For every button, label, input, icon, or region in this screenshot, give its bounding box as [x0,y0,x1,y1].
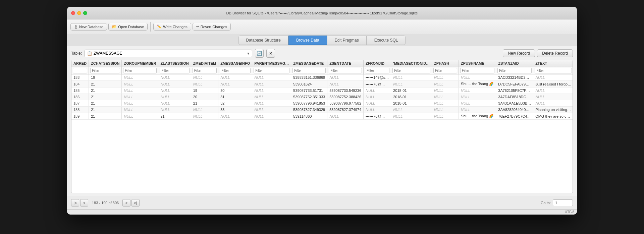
col-header-zpushname[interactable]: ZPUSHNAME [459,60,496,67]
minimize-button[interactable] [77,11,81,15]
table-cell: 539087796.977582 [327,100,364,107]
table-cell: NULL [158,81,191,87]
nav-prev-button[interactable]: < [80,199,88,207]
table-cell: NULL [191,81,218,87]
status-bar: UTF-8 [67,209,577,215]
table-cell: NULL [191,74,218,81]
table-cell: Just realised I forgot to reply. So… [533,81,573,87]
table-cell: NULL [122,113,158,120]
table-row[interactable]: 18921NULL21NULLNULLNULL539114860NULL••••… [71,113,573,120]
filter-zphash[interactable] [433,68,457,73]
tab-edit-pragmas[interactable]: Edit Pragmas [327,36,367,45]
table-cell: NULL [459,87,496,94]
goto-input[interactable] [553,199,573,206]
col-header-ztext[interactable]: ZTEXT [533,60,573,67]
refresh-button[interactable]: 🔄 [255,49,264,58]
col-header-zfromjid[interactable]: ZFROMJID [364,60,391,67]
table-cell: NULL [218,113,252,120]
table-cell: 184 [71,81,89,87]
nav-last-button[interactable]: >| [131,199,140,207]
table-cell: NULL [218,81,252,87]
new-record-button[interactable]: New Record [503,49,535,57]
filter-parentmessage[interactable] [254,68,289,73]
table-cell: 189 [71,113,89,120]
col-header-zmessagedate[interactable]: ZMESSAGEDATE [291,60,327,67]
table-cell: NULL [327,113,364,120]
table-cell: 2018-01 [391,87,432,94]
filter-zsentdate[interactable] [329,68,362,73]
col-header-zgroupmember[interactable]: ZGROUPMEMBER [122,60,158,67]
filter-zlastsession[interactable] [160,68,189,73]
table-cell: NULL [122,94,158,100]
close-button[interactable] [71,11,75,15]
table-cell: 32 [218,100,252,107]
col-header-arred[interactable]: ARRED [71,60,89,67]
table-cell: NULL [158,107,191,113]
table-row[interactable]: 18421NULLNULLNULLNULLNULL539081624NULL••… [71,81,573,87]
table-cell: NULL [432,94,459,100]
table-label: Table: [71,51,82,56]
table-cell: 3AA8282064040… [496,107,533,113]
table-cell: NULL [252,100,291,107]
col-header-zmessageinfo[interactable]: ZMESSAGEINFO [218,60,252,67]
write-changes-button[interactable]: ✏️ Write Changes [153,23,191,31]
filter-zmessageinfo[interactable] [220,68,251,73]
table-cell: NULL [122,81,158,87]
table-cell: 538833151.336869 [291,74,327,81]
col-header-zphash[interactable]: ZPHASH [432,60,459,67]
table-cell: NULL [459,100,496,107]
nav-controls: |< < 183 - 190 of 306 > >| [71,199,140,207]
delete-record-button[interactable]: Delete Record [537,49,573,57]
table-select-wrapper[interactable]: 📋 ZWAMESSAGE ▼ [85,50,252,57]
col-header-mediasectionid[interactable]: 'MEDIASECTIONID… [391,60,432,67]
data-table-container[interactable]: ARRED ZCHATSESSION ZGROUPMEMBER ZLASTSES… [71,60,573,193]
col-header-zmediaitem[interactable]: ZMEDIAITEM [191,60,218,67]
table-cell: 21 [89,113,122,120]
col-header-zchatsession[interactable]: ZCHATSESSION [89,60,122,67]
filter-zgroupmember[interactable] [123,68,157,73]
table-toolbar: Table: 📋 ZWAMESSAGE ▼ 🔄 ✕ New Record Del… [71,49,573,58]
filter-arred[interactable] [73,68,87,73]
table-cell: NULL [122,74,158,81]
tab-database-structure[interactable]: Database Structure [238,36,288,45]
clear-button[interactable]: ✕ [266,49,275,58]
nav-next-button[interactable]: > [122,199,130,207]
filter-zmediaitem[interactable] [193,68,217,73]
table-cell: 185 [71,87,89,94]
filter-zfromjid[interactable] [365,68,389,73]
col-header-zstanzaid[interactable]: ZSTANZAID [496,60,533,67]
filter-ztext[interactable] [535,68,572,73]
table-cell: 19 [89,74,122,81]
table-cell: NULL [252,94,291,100]
table-cell: ••••••76@… [364,81,391,87]
filter-zchatsession[interactable] [90,68,120,73]
table-cell: NULL [459,94,496,100]
table-cell: 21 [89,107,122,113]
table-cell: NULL [391,74,432,81]
table-cell: NULL [533,100,573,107]
table-row[interactable]: 18521NULLNULL1930NULL539087733.517315390… [71,87,573,94]
filter-zpushname[interactable] [460,68,494,73]
table-row[interactable]: 18821NULLNULLNULL33NULL539087827.3493295… [71,107,573,113]
table-cell: NULL [391,107,432,113]
table-row[interactable]: 18621NULLNULL2031NULL539087752.351333539… [71,94,573,100]
table-cell: Shu… the Tsang 🌈 [459,113,496,120]
col-header-zsentdate[interactable]: ZSENTDATE [327,60,364,67]
open-database-button[interactable]: 📂 Open Database [108,23,148,31]
col-header-zlastsession[interactable]: ZLASTSESSION [158,60,191,67]
table-cell: NULL [364,107,391,113]
table-cell: D7DC5FEFA879… [496,81,533,87]
filter-zmessagedate[interactable] [292,68,326,73]
col-header-parentmessage[interactable]: PARENTMESSAG… [252,60,291,67]
filter-zstanzaid[interactable] [497,68,532,73]
revert-changes-button[interactable]: ↩ Revert Changes [193,23,231,31]
tab-browse-data[interactable]: Browse Data [288,36,327,45]
maximize-button[interactable] [83,11,87,15]
filter-mediasectionid[interactable] [392,68,430,73]
table-cell: 539087752.351333 [291,94,327,100]
nav-first-button[interactable]: |< [71,199,79,207]
table-row[interactable]: 18319NULLNULLNULLNULLNULL538833151.33686… [71,74,573,81]
tab-execute-sql[interactable]: Execute SQL [367,36,406,45]
table-row[interactable]: 18721NULLNULL2132NULL539087796.941853539… [71,100,573,107]
new-database-button[interactable]: 🗄 New Database [70,23,107,31]
